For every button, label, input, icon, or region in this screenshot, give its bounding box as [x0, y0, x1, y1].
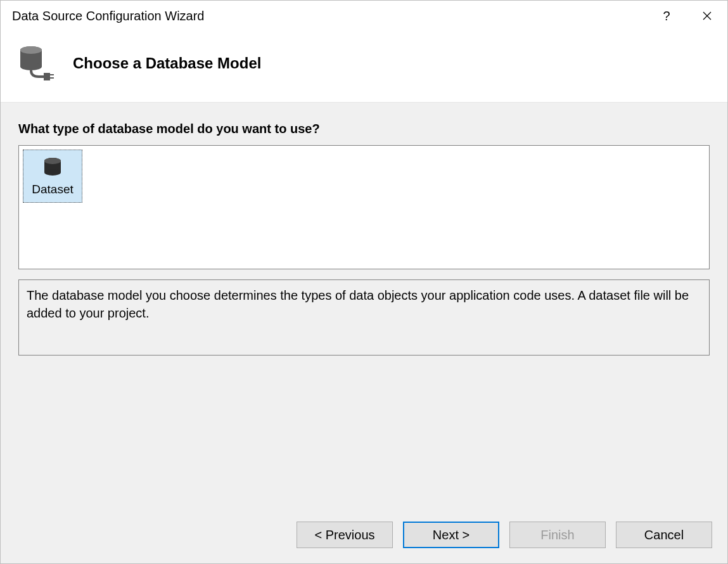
database-plug-icon — [16, 42, 58, 84]
finish-button: Finish — [509, 522, 606, 548]
model-description: The database model you choose determines… — [18, 279, 710, 356]
wizard-step-title: Choose a Database Model — [73, 54, 261, 72]
wizard-window: Data Source Configuration Wizard ? — [0, 0, 728, 564]
cancel-button[interactable]: Cancel — [616, 522, 712, 548]
model-type-list[interactable]: Dataset — [18, 145, 710, 269]
svg-point-5 — [20, 46, 42, 54]
content-area: What type of database model do you want … — [1, 102, 727, 506]
svg-rect-8 — [50, 77, 54, 79]
svg-point-12 — [44, 158, 61, 164]
wizard-header: Choose a Database Model — [1, 31, 727, 102]
titlebar: Data Source Configuration Wizard ? — [1, 1, 727, 31]
database-icon — [41, 156, 64, 179]
model-item-label: Dataset — [32, 183, 73, 196]
previous-button[interactable]: < Previous — [297, 522, 393, 548]
model-item-dataset[interactable]: Dataset — [23, 150, 82, 203]
svg-point-4 — [20, 63, 42, 70]
model-question: What type of database model do you want … — [18, 122, 710, 136]
svg-rect-7 — [50, 74, 54, 75]
titlebar-controls: ? — [646, 1, 727, 31]
next-button[interactable]: Next > — [403, 522, 499, 548]
close-button[interactable] — [687, 1, 727, 31]
window-title: Data Source Configuration Wizard — [12, 9, 204, 23]
svg-rect-6 — [44, 73, 50, 80]
help-button[interactable]: ? — [646, 1, 687, 31]
wizard-footer: < Previous Next > Finish Cancel — [1, 506, 727, 563]
close-icon — [703, 11, 712, 20]
svg-point-11 — [44, 169, 61, 176]
help-icon: ? — [663, 9, 670, 23]
